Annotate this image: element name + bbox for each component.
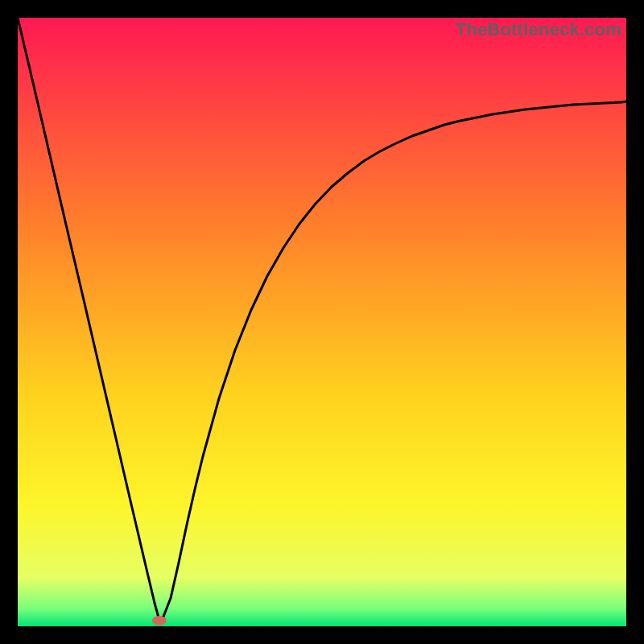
watermark-text: TheBottleneck.com [456, 19, 621, 40]
minimum-marker [152, 616, 167, 625]
plot-svg [18, 18, 626, 626]
plot-frame: TheBottleneck.com [18, 18, 626, 626]
